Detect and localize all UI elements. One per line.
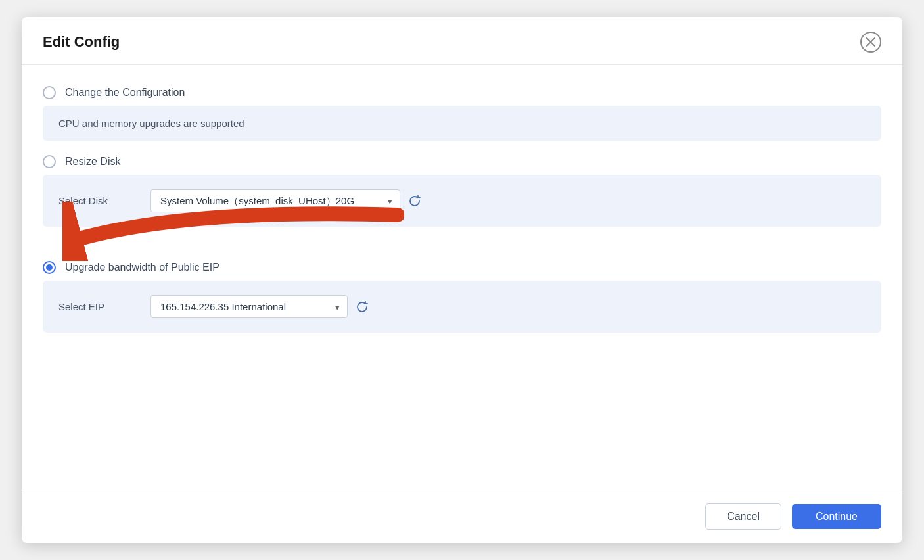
- radio-change-config[interactable]: [43, 86, 56, 99]
- option-change-config[interactable]: Change the Configuration: [43, 86, 881, 99]
- select-eip-label: Select EIP: [58, 301, 137, 312]
- radio-resize-disk[interactable]: [43, 155, 56, 168]
- resize-disk-form: Select Disk System Volume（system_disk_UH…: [43, 175, 881, 227]
- disk-select[interactable]: System Volume（system_disk_UHost）20G: [150, 189, 400, 212]
- eip-select[interactable]: 165.154.226.35 International: [150, 295, 348, 318]
- option-upgrade-eip[interactable]: Upgrade bandwidth of Public EIP: [43, 261, 881, 274]
- cancel-button[interactable]: Cancel: [705, 503, 781, 530]
- option-resize-disk-label: Resize Disk: [65, 156, 120, 168]
- disk-refresh-icon: [408, 195, 421, 208]
- close-icon: [866, 37, 875, 47]
- upgrade-eip-form: Select EIP 165.154.226.35 International …: [43, 281, 881, 333]
- dialog-body: Change the Configuration CPU and memory …: [22, 65, 902, 490]
- dialog-title: Edit Config: [43, 34, 120, 51]
- disk-select-wrap: System Volume（system_disk_UHost）20G ▾: [150, 189, 421, 212]
- dialog-header: Edit Config: [22, 17, 902, 65]
- continue-button[interactable]: Continue: [792, 504, 881, 529]
- select-disk-label: Select Disk: [58, 195, 137, 206]
- dialog-footer: Cancel Continue: [22, 490, 902, 543]
- eip-select-container: 165.154.226.35 International ▾: [150, 295, 348, 318]
- change-config-info-text: CPU and memory upgrades are supported: [58, 118, 244, 129]
- disk-select-container: System Volume（system_disk_UHost）20G ▾: [150, 189, 400, 212]
- option-resize-disk[interactable]: Resize Disk: [43, 155, 881, 168]
- edit-config-dialog: Edit Config Change the Configuration CPU…: [22, 17, 902, 543]
- disk-refresh-button[interactable]: [408, 195, 421, 208]
- option-upgrade-eip-label: Upgrade bandwidth of Public EIP: [65, 262, 219, 273]
- eip-refresh-icon: [356, 300, 369, 314]
- eip-select-wrap: 165.154.226.35 International ▾: [150, 295, 369, 318]
- close-button[interactable]: [860, 32, 881, 53]
- radio-upgrade-eip[interactable]: [43, 261, 56, 274]
- change-config-info-box: CPU and memory upgrades are supported: [43, 106, 881, 141]
- option-change-config-label: Change the Configuration: [65, 87, 185, 99]
- eip-refresh-button[interactable]: [356, 300, 369, 314]
